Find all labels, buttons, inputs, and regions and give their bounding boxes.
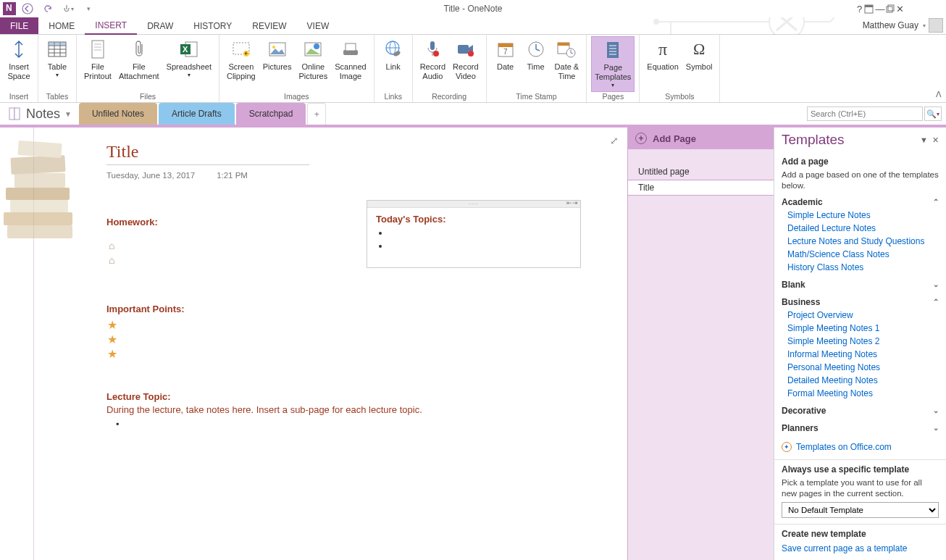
record-audio-button[interactable]: Record Audio: [417, 36, 448, 92]
tpl-detailed-meeting[interactable]: Detailed Meeting Notes: [787, 374, 939, 387]
page-templates-button[interactable]: Page Templates▾: [591, 36, 635, 92]
floating-note-container[interactable]: ∙∙∙∙ ⇤⇥ Today's Topics:: [367, 200, 581, 268]
microphone-icon: [421, 38, 444, 61]
screen-clipping-button[interactable]: +Screen Clipping: [224, 36, 259, 92]
page-title[interactable]: Title: [106, 142, 309, 165]
record-video-button[interactable]: Record Video: [450, 36, 481, 92]
link-button[interactable]: Link: [379, 36, 408, 92]
user-name-label[interactable]: Matthew Guay: [863, 20, 918, 30]
tpl-math-science[interactable]: Math/Science Class Notes: [787, 248, 939, 261]
tab-insert[interactable]: INSERT: [85, 17, 137, 35]
search-input[interactable]: [807, 106, 923, 121]
scanned-image-button[interactable]: Scanned Image: [332, 36, 369, 92]
notebook-icon: [7, 106, 22, 121]
tab-draw[interactable]: DRAW: [137, 17, 183, 34]
star-tag-icon-1[interactable]: ★: [107, 318, 117, 332]
tpl-detailed-lecture[interactable]: Detailed Lecture Notes: [787, 222, 939, 235]
house-tag-icon-1[interactable]: ⌂: [109, 240, 114, 251]
tpl-meeting-2[interactable]: Simple Meeting Notes 2: [787, 335, 939, 348]
tab-view[interactable]: VIEW: [297, 17, 340, 34]
scanner-icon: [339, 38, 362, 61]
tpl-history-notes[interactable]: History Class Notes: [787, 261, 939, 274]
insert-space-button[interactable]: Insert Space: [4, 36, 33, 92]
tpl-simple-lecture[interactable]: Simple Lecture Notes: [787, 209, 939, 222]
always-use-heading: Always use a specific template: [782, 464, 939, 475]
file-printout-button[interactable]: File Printout: [81, 36, 114, 92]
save-as-template-link[interactable]: Save current page as a template: [782, 542, 939, 555]
category-business[interactable]: Business⌃: [782, 296, 939, 309]
time-button[interactable]: Time: [522, 36, 551, 92]
page-canvas[interactable]: ⤢ Title Tuesday, June 13, 2017 1:21 PM H…: [0, 128, 627, 560]
page-time[interactable]: 1:21 PM: [217, 171, 248, 180]
search-scope-button[interactable]: 🔍▾: [924, 106, 942, 121]
user-avatar[interactable]: [929, 18, 943, 33]
help-button[interactable]: ?: [856, 1, 863, 17]
floating-note-handle[interactable]: ∙∙∙∙ ⇤⇥: [367, 201, 580, 208]
expand-page-icon[interactable]: ⤢: [610, 135, 619, 146]
touch-mode-button[interactable]: ▾: [59, 1, 77, 17]
close-button[interactable]: ✕: [896, 1, 904, 17]
house-tag-icon-2[interactable]: ⌂: [109, 254, 114, 266]
tpl-personal-meeting[interactable]: Personal Meeting Notes: [787, 361, 939, 374]
pane-close-button[interactable]: ✕: [932, 135, 939, 145]
category-blank[interactable]: Blank⌄: [782, 278, 939, 291]
file-attachment-button[interactable]: File Attachment: [116, 36, 162, 92]
clock-icon: [524, 38, 548, 61]
section-tab-drafts[interactable]: Article Drafts: [159, 103, 235, 125]
topics-bullet-2[interactable]: [389, 241, 572, 254]
topics-bullet-1[interactable]: [389, 227, 572, 241]
heading-important[interactable]: Important Points:: [106, 304, 185, 314]
tpl-meeting-1[interactable]: Simple Meeting Notes 1: [787, 322, 939, 335]
collapse-ribbon-button[interactable]: ᐱ: [936, 90, 942, 99]
category-academic[interactable]: Academic⌃: [782, 196, 939, 209]
tpl-project-overview[interactable]: Project Overview: [787, 309, 939, 322]
category-planners[interactable]: Planners⌄: [782, 422, 939, 435]
add-section-button[interactable]: +: [307, 103, 326, 125]
tab-home[interactable]: HOME: [38, 17, 85, 34]
table-button[interactable]: Table▾: [43, 36, 72, 92]
back-button[interactable]: [19, 1, 36, 17]
pane-dropdown-button[interactable]: ▼: [920, 135, 928, 145]
svg-text:+: +: [244, 50, 248, 57]
spreadsheet-button[interactable]: XSpreadsheet▾: [164, 36, 214, 92]
online-pictures-button[interactable]: Online Pictures: [296, 36, 330, 92]
undo-button[interactable]: [39, 1, 56, 17]
tab-file[interactable]: FILE: [0, 17, 38, 34]
tpl-formal-meeting[interactable]: Formal Meeting Notes: [787, 387, 939, 400]
chevron-down-icon: ⌄: [933, 424, 939, 432]
restore-button[interactable]: [886, 1, 895, 17]
tpl-lecture-questions[interactable]: Lecture Notes and Study Questions: [787, 235, 939, 248]
lecture-body[interactable]: During the lecture, take notes here. Ins…: [106, 404, 422, 415]
heading-todays-topics[interactable]: Today's Topics:: [376, 214, 572, 225]
templates-office-link[interactable]: Templates on Office.com: [796, 440, 892, 454]
date-button[interactable]: 7Date: [491, 36, 520, 92]
add-page-button[interactable]: + Add Page: [628, 128, 774, 149]
svg-rect-38: [458, 45, 469, 54]
page-item-untitled[interactable]: Untitled page: [628, 164, 774, 180]
pictures-button[interactable]: Pictures: [260, 36, 295, 92]
qat-customize-button[interactable]: ▾: [80, 1, 97, 17]
section-tab-scratchpad[interactable]: Scratchpad: [236, 103, 306, 125]
minimize-button[interactable]: —: [875, 1, 884, 17]
heading-lecture[interactable]: Lecture Topic:: [106, 391, 171, 402]
date-time-button[interactable]: Date & Time: [552, 36, 582, 92]
chevron-up-icon: ⌃: [933, 198, 939, 206]
star-tag-icon-2[interactable]: ★: [107, 333, 117, 346]
full-page-view-button[interactable]: [864, 1, 874, 17]
star-tag-icon-3[interactable]: ★: [107, 347, 117, 361]
page-date[interactable]: Tuesday, June 13, 2017: [106, 171, 195, 180]
category-decorative[interactable]: Decorative⌄: [782, 404, 939, 417]
symbol-button[interactable]: ΩSymbol: [683, 36, 716, 92]
tab-review[interactable]: REVIEW: [242, 17, 296, 34]
equation-button[interactable]: πEquation: [644, 36, 681, 92]
section-tab-unfiled[interactable]: Unfiled Notes: [79, 103, 157, 125]
heading-homework[interactable]: Homework:: [106, 217, 158, 227]
page-item-title[interactable]: Title: [627, 180, 774, 196]
notebook-selector[interactable]: Notes ▼: [0, 103, 79, 125]
pi-icon: π: [651, 38, 674, 61]
tpl-informal-meeting[interactable]: Informal Meeting Notes: [787, 348, 939, 361]
lecture-bullet[interactable]: •: [116, 419, 120, 430]
resize-arrows-icon[interactable]: ⇤⇥: [566, 199, 578, 206]
default-template-select[interactable]: No Default Template: [782, 502, 939, 518]
tab-history[interactable]: HISTORY: [183, 17, 242, 34]
